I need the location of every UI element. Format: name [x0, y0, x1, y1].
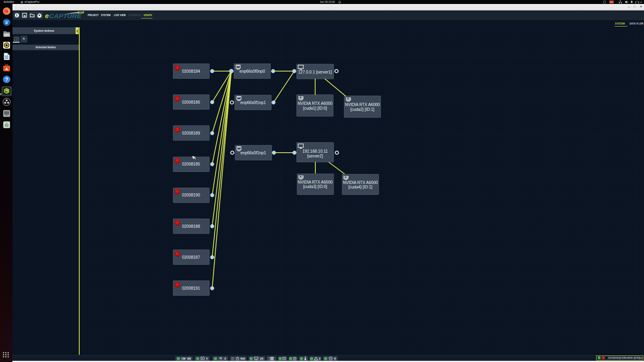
svg-text:PRO: PRO — [79, 12, 83, 14]
svg-text:CAPTURE: CAPTURE — [49, 12, 82, 19]
svg-text:e: e — [45, 12, 49, 19]
svg-text:?: ? — [5, 77, 8, 82]
svg-text:0: 0 — [294, 357, 295, 360]
svg-text:♻: ♻ — [4, 123, 9, 128]
